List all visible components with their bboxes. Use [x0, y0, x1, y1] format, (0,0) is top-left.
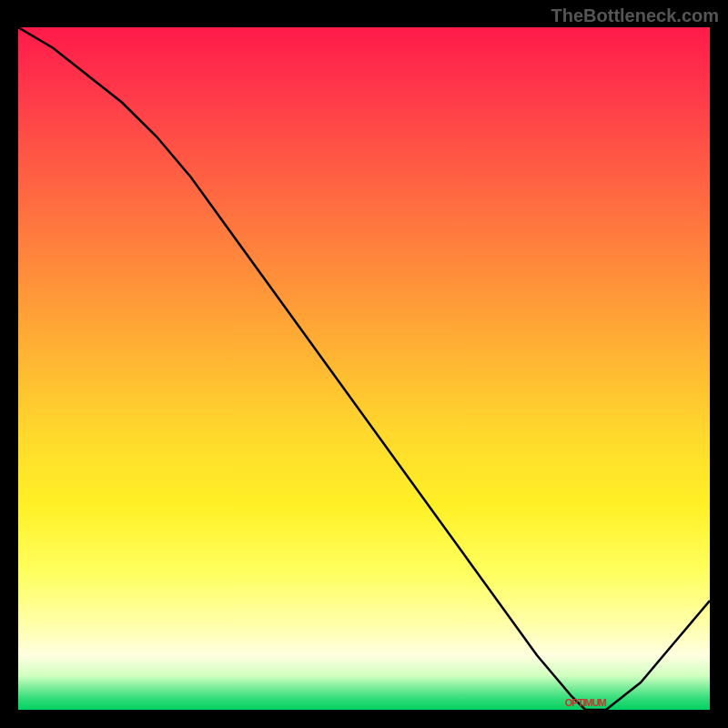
optimum-marker: OPTIMUM — [565, 697, 606, 708]
watermark-text: TheBottleneck.com — [551, 5, 719, 26]
chart-container: TheBottleneck.com OPTIMUM — [0, 0, 728, 728]
line-curve — [18, 27, 710, 710]
plot-area: OPTIMUM — [18, 27, 710, 710]
